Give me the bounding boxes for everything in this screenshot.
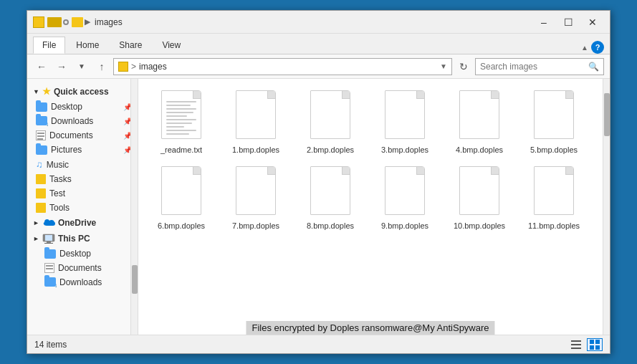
sidebar-item-music[interactable]: ♫ Music [27,157,138,172]
file-item-f3[interactable]: 3.bmp.doples [369,86,441,159]
computer-icon [42,234,55,244]
documents-icon [36,130,46,140]
sidebar-item-tools[interactable]: Tools [27,201,138,215]
sidebar-section-onedrive[interactable]: ► OneDrive [27,215,138,231]
sidebar-scrollbar[interactable] [130,79,138,335]
file-page-txt [161,90,201,139]
address-field[interactable]: > images ▼ [113,58,452,75]
file-page [310,166,350,215]
sidebar-test-label: Test [49,188,65,198]
address-path-text: images [139,62,437,72]
file-item-f1[interactable]: 1.bmp.doples [220,86,292,159]
tab-share[interactable]: Share [110,37,151,54]
sidebar-item-pc-desktop[interactable]: Desktop [27,246,138,261]
address-folder-icon [118,62,128,72]
sidebar-tools-label: Tools [49,203,70,213]
file-name-f9: 9.bmp.doples [381,221,428,231]
file-name-f1: 1.bmp.doples [232,145,279,155]
sidebar-item-pictures[interactable]: Pictures 📌 [27,143,138,157]
file-lines [166,101,196,137]
view-grid-button[interactable] [587,338,603,351]
file-icon-f3 [383,90,426,142]
sidebar: ▼ ★ Quick access Desktop 📌 ↓ Downloads 📌 [27,79,138,335]
file-name-f2: 2.bmp.doples [307,145,354,155]
content-area: _readme.txt1.bmp.doples2.bmp.doples3.bmp… [138,79,603,335]
file-item-f7[interactable]: 7.bmp.doples [220,162,292,235]
window-icon [33,16,44,28]
sidebar-desktop-label: Desktop [51,102,82,112]
file-page [534,166,574,215]
recent-button[interactable]: ▼ [73,58,90,75]
file-item-f5[interactable]: 5.bmp.doples [518,86,590,159]
sidebar-item-downloads[interactable]: ↓ Downloads 📌 [27,114,138,128]
pc-docs-icon [44,263,54,273]
search-box[interactable]: 🔍 [475,58,604,75]
file-icon-f10 [458,166,501,218]
svg-rect-1 [45,235,52,241]
file-icon-f9 [383,166,426,218]
pc-desktop-icon [44,249,56,259]
refresh-button[interactable]: ↻ [455,58,472,75]
sidebar-section-quick-access[interactable]: ▼ ★ Quick access [27,83,138,100]
help-button[interactable]: ? [591,41,604,54]
svg-rect-4 [571,340,581,342]
sidebar-item-pc-documents[interactable]: Documents [27,261,138,275]
file-icon-f2 [309,90,352,142]
onedrive-icon [42,219,55,227]
up-button[interactable]: ↑ [93,58,110,75]
file-item-f10[interactable]: 10.bmp.doples [444,162,515,235]
close-button[interactable]: ✕ [581,14,604,30]
file-icon-f8 [309,166,352,218]
tab-view[interactable]: View [153,37,190,54]
maximize-button[interactable]: ☐ [557,14,580,30]
file-name-f5: 5.bmp.doples [530,145,578,155]
title-folder-icon2 [72,17,83,27]
sidebar-item-tasks[interactable]: Tasks [27,172,138,186]
file-item-f8[interactable]: 8.bmp.doples [294,162,366,235]
view-toggle [568,338,603,351]
grid-view-icon [589,339,600,350]
sidebar-item-documents[interactable]: Documents 📌 [27,128,138,143]
content-scrollbar[interactable] [603,79,610,335]
file-item-f11[interactable]: 11.bmp.doples [518,162,590,235]
scrollbar-thumb [604,93,610,136]
sidebar-downloads-label: Downloads [51,116,93,126]
title-info-icon [63,19,69,25]
file-icon-readme [160,90,203,142]
file-page [459,166,499,215]
test-folder-icon [36,188,46,198]
search-icon: 🔍 [588,62,599,72]
file-icon-f1 [234,90,277,142]
search-input[interactable] [480,62,585,72]
svg-rect-8 [595,340,600,344]
tools-folder-icon [36,203,46,213]
forward-button[interactable]: → [53,58,70,75]
sidebar-item-test[interactable]: Test [27,186,138,201]
file-page [310,90,350,139]
svg-rect-5 [571,344,581,345]
file-item-f4[interactable]: 4.bmp.doples [444,86,515,159]
title-bar: ▶ images – ☐ ✕ [27,11,610,34]
file-item-f6[interactable]: 6.bmp.doples [145,162,217,235]
sidebar-music-label: Music [47,160,69,170]
file-name-f7: 7.bmp.doples [232,221,279,231]
tab-home[interactable]: Home [67,37,108,54]
desktop-folder-icon [36,102,47,112]
view-list-button[interactable] [568,338,584,351]
tasks-folder-icon [36,174,46,184]
file-item-f9[interactable]: 9.bmp.doples [369,162,441,235]
file-name-f6: 6.bmp.doples [158,221,205,231]
address-dropdown-icon[interactable]: ▼ [440,62,447,70]
file-item-f2[interactable]: 2.bmp.doples [294,86,366,159]
file-page [534,90,574,139]
back-button[interactable]: ← [33,58,50,75]
file-name-f11: 11.bmp.doples [528,221,580,231]
file-name-f10: 10.bmp.doples [454,221,505,231]
file-item-readme[interactable]: _readme.txt [145,86,217,159]
sidebar-item-desktop[interactable]: Desktop 📌 [27,100,138,114]
sidebar-section-this-pc[interactable]: ► This PC [27,231,138,246]
quick-access-collapse-icon: ▼ [33,88,39,95]
minimize-button[interactable]: – [532,14,555,30]
sidebar-item-pc-downloads[interactable]: ↓ Downloads [27,275,138,289]
tab-file[interactable]: File [33,37,65,54]
